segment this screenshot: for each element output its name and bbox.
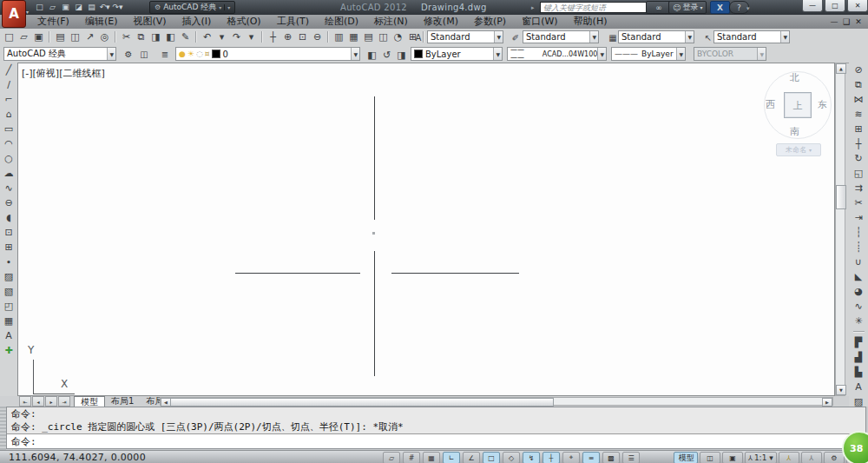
construction-line-icon[interactable]: ∕ <box>1 77 16 92</box>
drawing-canvas[interactable]: [-][俯视][二维线框] 北 西 东 南 上 未命名 ▾ Y X <box>17 63 835 396</box>
std-markup-set-manager-icon[interactable]: ◔ <box>391 30 405 44</box>
restore-button[interactable]: □ <box>825 0 845 12</box>
color-control-combo[interactable]: ByLayer ▼ <box>411 47 503 61</box>
std-save-icon[interactable]: ▣ <box>31 30 46 44</box>
chevron-down-icon[interactable]: ▼ <box>351 48 359 60</box>
workspace-switching-button[interactable]: ⚙ <box>824 452 845 463</box>
snap-mode-toggle[interactable]: # <box>403 452 420 463</box>
workspaces-combo[interactable]: AutoCAD 经典▼ <box>3 47 116 61</box>
multiline-text-icon[interactable]: A <box>1 328 16 343</box>
horizontal-scrollbar[interactable]: ◀ ▶ <box>160 397 833 406</box>
std-sheet-set-manager-icon[interactable]: ◫ <box>376 30 391 44</box>
horizontal-scroll-thumb[interactable] <box>170 398 554 407</box>
model-space-button[interactable]: 模型 <box>674 452 698 463</box>
overlay-float-ball[interactable]: 38 <box>842 431 868 463</box>
quick-properties-toggle[interactable]: ☰ <box>622 452 640 463</box>
extend-icon[interactable]: ⇥ <box>851 210 866 225</box>
layer-on-bulb-icon[interactable]: ● <box>179 50 186 58</box>
polar-tracking-toggle[interactable]: ∠ <box>463 452 480 463</box>
std-pan-icon[interactable]: ┼ <box>266 30 280 44</box>
make-block-icon[interactable]: ⊞ <box>1 240 16 255</box>
quick-view-drawings-button[interactable]: ▣ <box>722 452 743 463</box>
3d-object-snap-toggle[interactable]: ◇ <box>503 452 520 463</box>
fillet-icon[interactable]: ◕ <box>851 284 866 299</box>
viewcube-west-label[interactable]: 西 <box>766 98 775 111</box>
named-view-dropdown[interactable]: 未命名 ▾ <box>776 143 821 156</box>
bring-to-front-icon[interactable]: ▛ <box>851 335 866 350</box>
chevron-down-icon[interactable]: ▼ <box>494 31 503 43</box>
std-redo-icon[interactable]: ↷ <box>229 30 244 44</box>
layer-viewport-freeze-icon[interactable]: ◌ <box>196 50 203 58</box>
my-workspace-icon[interactable]: ◫ <box>137 47 151 61</box>
std-copy-clip-icon[interactable]: ⧉ <box>134 30 148 44</box>
insert-block-icon[interactable]: ⊡ <box>1 225 16 240</box>
erase-icon[interactable]: ⊘ <box>851 63 866 77</box>
std-plot-icon[interactable]: ▤ <box>53 30 68 44</box>
linetype-control-combo[interactable]: —— —— ACAD...04W100 ▼ <box>507 47 607 61</box>
vertical-scrollbar[interactable]: ▲ ▼ <box>835 63 845 396</box>
send-to-back-icon[interactable]: ▟ <box>851 350 866 365</box>
text-to-front-icon[interactable]: A <box>851 380 866 394</box>
menu-edit[interactable]: 编辑(E) <box>77 15 126 29</box>
layer-previous-icon[interactable]: ↺ <box>379 48 394 62</box>
first-tab-button[interactable]: ⇤ <box>19 396 31 407</box>
menu-insert[interactable]: 插入(I) <box>174 15 220 29</box>
viewcube-top-face[interactable]: 上 <box>784 92 812 118</box>
menu-parametric[interactable]: 参数(P) <box>466 15 514 29</box>
trim-icon[interactable]: ✂ <box>851 195 866 210</box>
point-icon[interactable]: ∙ <box>1 255 16 269</box>
next-tab-button[interactable]: ▸ <box>45 396 57 407</box>
std-designcenter-icon[interactable]: ▦ <box>346 30 361 44</box>
exchange-apps-button[interactable]: X <box>710 1 730 14</box>
dynamic-input-toggle[interactable]: ⌖ <box>562 452 580 463</box>
doc-restore-button[interactable]: ❑ <box>840 16 852 27</box>
text-style-combo[interactable]: Standard▼ <box>427 30 503 43</box>
std-tool-palettes-icon[interactable]: ▤ <box>361 30 376 44</box>
dynamic-ucs-toggle[interactable]: ┼ <box>542 452 560 463</box>
viewcube-south-label[interactable]: 南 <box>790 125 799 138</box>
vertical-scroll-thumb[interactable] <box>836 185 846 209</box>
open-file-icon[interactable]: ▱ <box>46 1 59 13</box>
quick-view-layouts-button[interactable]: ◫ <box>700 452 720 463</box>
menu-tools[interactable]: 工具(T) <box>269 15 317 29</box>
std-new-icon[interactable]: □ <box>2 30 16 44</box>
scroll-up-button[interactable]: ▲ <box>836 63 846 74</box>
menu-help[interactable]: 帮助(H) <box>566 15 615 29</box>
redo-icon[interactable]: ↷▾ <box>111 1 124 13</box>
chevron-down-icon[interactable]: ▼ <box>676 48 685 60</box>
menu-window[interactable]: 窗口(W) <box>514 15 565 29</box>
command-window-grip[interactable] <box>0 407 6 450</box>
grid-display-toggle[interactable]: ▦ <box>423 452 440 463</box>
rectangle-icon[interactable]: ▭ <box>1 122 16 136</box>
polyline-icon[interactable]: ⌐ <box>1 92 16 107</box>
workspace-settings-gear-icon[interactable]: ⚙ <box>122 47 135 61</box>
hatch-icon[interactable]: ▨ <box>1 269 16 284</box>
command-input-line[interactable]: 命令: <box>7 433 865 448</box>
mleader-style-combo[interactable]: Standard▼ <box>713 30 790 43</box>
tab-model[interactable]: 模型 <box>74 396 105 407</box>
chevron-down-icon[interactable]: ▼ <box>589 31 598 43</box>
menu-dimension[interactable]: 标注(N) <box>366 15 416 29</box>
prev-tab-button[interactable]: ◂ <box>32 396 44 407</box>
doc-close-button[interactable]: ✕ <box>852 16 865 27</box>
std-match-properties-icon[interactable]: ✎ <box>178 30 193 44</box>
layer-lock-icon[interactable]: ¤ <box>205 50 210 58</box>
chevron-down-icon[interactable]: ▼ <box>685 31 694 43</box>
copy-icon[interactable]: ⧉ <box>851 77 866 92</box>
chevron-down-icon[interactable]: ▼ <box>597 48 606 60</box>
std-properties-icon[interactable]: ▥ <box>332 30 346 44</box>
viewcube-east-label[interactable]: 东 <box>818 98 827 111</box>
viewport-controls[interactable]: [-][俯视][二维线框] <box>22 67 105 80</box>
viewcube-north-label[interactable]: 北 <box>790 71 799 84</box>
save-icon[interactable]: ▣ <box>59 1 72 13</box>
minimize-button[interactable]: — <box>802 0 823 12</box>
search-expand-icon[interactable]: ▸ <box>531 4 535 11</box>
command-text-area[interactable]: 命令:命令: _circle 指定圆的圆心或 [三点(3P)/两点(2P)/切点… <box>6 407 866 449</box>
plot-icon[interactable]: ▤ <box>85 1 98 13</box>
std-publish-icon[interactable]: ↗ <box>82 30 97 44</box>
explode-icon[interactable]: ✳ <box>851 314 866 328</box>
scroll-down-button[interactable]: ▼ <box>836 385 846 395</box>
region-icon[interactable]: ◰ <box>1 299 16 314</box>
std-plot-preview-icon[interactable]: ◫ <box>68 30 82 44</box>
gradient-icon[interactable]: ▧ <box>1 284 16 299</box>
